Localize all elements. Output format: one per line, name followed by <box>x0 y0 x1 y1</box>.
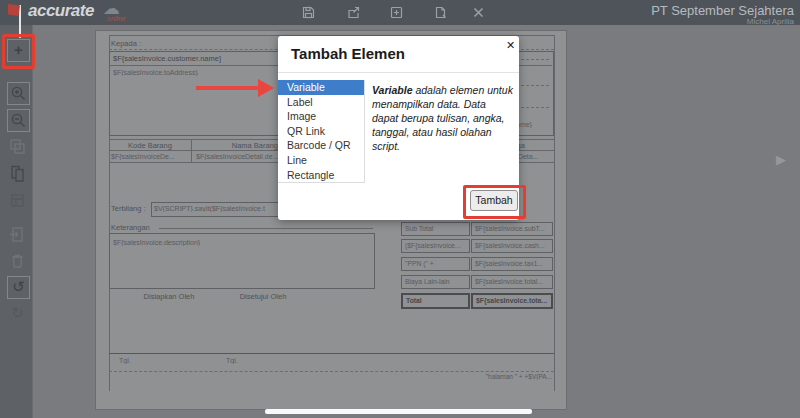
list-item-barcode-qr[interactable]: Barcode / QR <box>278 138 364 153</box>
tutorial-arrow <box>196 86 258 90</box>
to-address-field[interactable]: $F{salesInvoice.toAddress} <box>113 69 198 76</box>
element-description: Variable adalah elemen untuk menampilkan… <box>372 83 514 153</box>
keterangan-rule <box>159 228 373 229</box>
list-item-rectangle[interactable]: Rectangle <box>278 168 364 183</box>
total-row-label[interactable]: "PPN (" + <box>401 257 470 271</box>
highlight-tambah-button <box>463 185 526 219</box>
footer-dash <box>109 371 554 372</box>
total-row-label[interactable]: Biaya Lain-lain <box>401 275 470 289</box>
panel-expander-icon[interactable]: ▶ <box>776 152 786 167</box>
highlight-add-element <box>2 34 35 69</box>
page-number-script[interactable]: "halaman " + +$V{PA... <box>402 373 552 380</box>
undo-icon[interactable]: ↺ <box>7 276 30 299</box>
description-field[interactable]: $F{salesInvoice.description} <box>113 239 368 246</box>
pages-icon[interactable] <box>7 190 28 211</box>
topbar: accurate ☁ online PT <box>0 0 800 25</box>
total-row-value[interactable]: $F{salesInvoice.total... <box>471 275 553 289</box>
kepada-label[interactable]: Kepada : <box>111 39 141 48</box>
total-row-value[interactable]: $F{salesInvoice.cash... <box>471 239 553 253</box>
total-row-label[interactable]: ($F{salesInvoice... <box>401 239 470 253</box>
user-name: Michel Aprilia <box>747 17 794 26</box>
header-field-fragment[interactable]: ame} <box>516 121 549 128</box>
template-designer-app: accurate ☁ online PT <box>0 0 800 418</box>
list-item-image[interactable]: Image <box>278 109 364 124</box>
element-type-list: Variable Label Image QR Link Barcode / Q… <box>278 80 365 183</box>
brand-logo: accurate <box>28 1 94 21</box>
tgl-label-1[interactable]: Tgl. <box>119 357 131 364</box>
add-page-icon[interactable] <box>390 6 403 19</box>
margin-line-right <box>554 35 555 391</box>
total-row-label[interactable]: Sub Total <box>401 222 470 236</box>
close-icon[interactable] <box>472 6 485 19</box>
modal-close-icon[interactable]: ✕ <box>506 39 515 52</box>
table-border <box>554 139 555 162</box>
company-name: PT September Sejahtera <box>651 3 794 18</box>
save-icon[interactable] <box>302 6 315 19</box>
total-row-value[interactable]: $F{salesInvoice.tota... <box>471 293 553 309</box>
tgl-label-2[interactable]: Tgl. <box>226 357 238 364</box>
col-header-kode-barang[interactable]: Kode Barang <box>109 141 191 150</box>
list-item-label[interactable]: Label <box>278 95 364 110</box>
sign-label-2[interactable]: Disetujui Oleh <box>228 292 298 301</box>
tool-sidebar: + <box>0 25 33 418</box>
element-description-term: Variable <box>372 84 412 96</box>
footer-line <box>109 353 554 354</box>
sign-label-1[interactable]: Disiapkan Oleh <box>134 292 204 301</box>
row-field-harga-fragment[interactable]: eDeta... <box>514 153 552 160</box>
keterangan-label[interactable]: Keterangan <box>111 223 150 232</box>
total-row-value[interactable]: $F{salesInvoice.subT... <box>471 222 553 236</box>
tutorial-arrow-head <box>258 79 274 97</box>
customer-name-field[interactable]: $F{salesInvoice.customer.name} <box>113 54 221 63</box>
tambah-elemen-modal: Tambah Elemen ✕ Variable Label Image QR … <box>278 36 519 220</box>
total-row-label[interactable]: Total <box>401 293 470 309</box>
horizontal-scrollbar[interactable] <box>265 409 532 414</box>
zoom-out-icon[interactable] <box>7 109 30 132</box>
delete-icon[interactable] <box>7 250 28 271</box>
list-item-qr-link[interactable]: QR Link <box>278 124 364 139</box>
terbilang-label[interactable]: Terbilang : <box>111 204 146 213</box>
import-icon[interactable] <box>7 224 28 245</box>
modal-divider <box>278 72 519 73</box>
table-border <box>191 139 192 162</box>
col-header-nama-barang[interactable]: Nama Barang <box>196 141 278 150</box>
row-field-kode[interactable]: $F{salesInvoiceDe... <box>111 153 189 160</box>
paste-icon[interactable] <box>7 163 28 184</box>
total-row-value[interactable]: $F{salesInvoice.tax1... <box>471 257 553 271</box>
list-item-line[interactable]: Line <box>278 153 364 168</box>
brand-online-label: online <box>107 15 126 22</box>
modal-title: Tambah Elemen <box>291 45 405 62</box>
duplicate-icon[interactable] <box>7 136 28 157</box>
document-preview-icon[interactable] <box>434 6 447 19</box>
redo-icon[interactable]: ↻ <box>7 303 28 324</box>
zoom-in-icon[interactable] <box>7 82 30 105</box>
export-icon[interactable] <box>347 6 360 19</box>
list-item-variable[interactable]: Variable <box>278 80 364 95</box>
